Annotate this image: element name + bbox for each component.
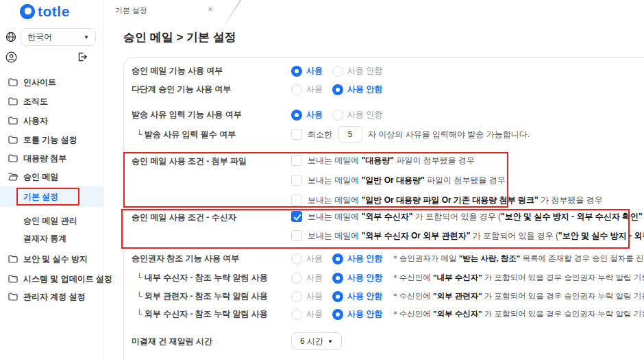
sidebar-item-org-chart[interactable]: 조직도 xyxy=(0,92,104,110)
sidebar-item-admin-account-settings[interactable]: 관리자 계정 설정 xyxy=(0,288,104,306)
globe-icon xyxy=(5,32,16,42)
setting-row-approver-cc-enabled: 승인권자 참조 기능 사용 여부 사용 사용 안함 ＊승인권자가 메일 "받는 … xyxy=(132,253,644,264)
radio-group: 사용 사용 안함 xyxy=(291,109,382,121)
sidebar-item-insight[interactable]: 인사이트 xyxy=(0,73,104,91)
min-chars-input[interactable] xyxy=(338,126,362,143)
radio-use[interactable]: 사용 xyxy=(291,272,323,284)
radio-use[interactable]: 사용 xyxy=(291,308,323,320)
chevron-down-icon: ▼ xyxy=(84,34,89,40)
sidebar-item-approval-mail[interactable]: 승인 메일 xyxy=(0,168,104,186)
checkbox[interactable] xyxy=(291,230,302,241)
sidebar-item-approver-statistics[interactable]: 결재자 통계 xyxy=(0,230,104,247)
tab-bar: 기본 설정 × xyxy=(104,0,644,21)
language-row: 한국어 ▼ xyxy=(0,28,104,46)
close-icon[interactable]: × xyxy=(208,4,213,14)
user-icon xyxy=(5,51,17,63)
radio-no-use[interactable]: 사용 안함 xyxy=(332,109,382,121)
condition-option: 보내는 메일에 "대용량" 파일이 첨부됐을 경우 xyxy=(291,154,603,166)
setting-row-external-recipient-cc-alert: └ 외부 수신자 - 참조 누락 알림 사용 사용 사용 안함 ＊수신인에 "외… xyxy=(132,308,644,320)
sidebar-item-large-attachments[interactable]: 대용량 첨부 xyxy=(0,149,104,167)
sidebar-item-approval-mail-management[interactable]: 승인 메일 관리 xyxy=(0,212,104,230)
sidebar-item-system-update-settings[interactable]: 시스템 및 업데이트 설정 xyxy=(0,270,104,288)
checkbox[interactable] xyxy=(291,175,302,186)
tab-edge xyxy=(225,0,243,24)
language-select[interactable]: 한국어 ▼ xyxy=(21,28,96,46)
account-row xyxy=(0,49,104,65)
folder-icon xyxy=(8,293,18,301)
radio-group: 사용 사용 안함 xyxy=(291,84,382,95)
radio-group: 사용 사용 안함 xyxy=(291,272,382,284)
radio-use[interactable]: 사용 xyxy=(291,290,323,302)
brand-name: totle xyxy=(38,3,70,20)
checkbox[interactable] xyxy=(291,155,302,166)
checkbox[interactable] xyxy=(291,129,302,140)
condition-option: 보내는 메일에 "외부 수신자 Or 외부 관련자" 가 포함되어 있을 경우 … xyxy=(291,230,644,242)
sidebar-item-security-mistake-prevention[interactable]: 보안 및 실수 방지 xyxy=(0,250,104,268)
radio-group: 사용 사용 안함 xyxy=(291,253,382,264)
radio-use[interactable]: 사용 xyxy=(291,109,323,121)
setting-row-send-reason-required: └ 발송 사유 입력 필수 여부 최소한 자 이상의 사유을 입력해야 발송 가… xyxy=(132,126,530,143)
language-select-value: 한국어 xyxy=(27,32,52,43)
setting-row-send-reason-enabled: 발송 사유 입력 기능 사용 여부 사용 사용 안함 xyxy=(132,109,382,121)
radio-no-use[interactable]: 사용 안함 xyxy=(332,272,382,284)
folder-icon xyxy=(8,78,18,86)
folder-icon xyxy=(8,154,18,162)
radio-group: 사용 사용 안함 xyxy=(291,65,382,77)
folder-icon xyxy=(8,136,18,144)
radio-no-use[interactable]: 사용 안함 xyxy=(332,253,382,264)
brand-logo: totle xyxy=(20,3,70,20)
setting-row-condition-recipients: 승인 메일 사용 조건 - 수신자 보내는 메일에 "외부 수신자" 가 포함되… xyxy=(132,210,644,242)
radio-no-use[interactable]: 사용 안함 xyxy=(332,84,382,95)
brand-logo-icon xyxy=(20,4,35,19)
logout-icon[interactable] xyxy=(77,51,88,62)
page-title: 승인 메일 > 기본 설정 xyxy=(123,29,236,45)
folder-icon xyxy=(8,255,18,263)
folder-icon xyxy=(8,275,18,283)
setting-row-multistage-approval: 다단계 승인 기능 사용 여부 사용 사용 안함 xyxy=(132,84,382,95)
folder-open-icon xyxy=(8,173,18,181)
folder-icon xyxy=(8,97,18,106)
tab-basic-settings[interactable]: 기본 설정 xyxy=(115,5,147,16)
radio-group: 사용 사용 안함 xyxy=(291,308,382,320)
folder-icon xyxy=(8,116,18,125)
condition-option: 보내는 메일에 "일반 Or 대용량" 파일이 첨부됐을 경우 xyxy=(291,174,603,186)
setting-row-condition-attachments: 승인 메일 사용 조건 - 첨부 파일 보내는 메일에 "대용량" 파일이 첨부… xyxy=(132,154,603,206)
setting-row-external-related-cc-alert: └ 외부 관련자 - 참조 누락 알림 사용 사용 사용 안함 ＊수신인에 "외… xyxy=(132,290,644,302)
admin-settings-screen: totle 한국어 ▼ xyxy=(0,0,644,359)
checkbox[interactable] xyxy=(291,195,302,206)
chevron-down-icon: ▼ xyxy=(327,338,333,345)
setting-row-internal-recipient-cc-alert: └ 내부 수신자 - 참조 누락 알림 사용 사용 사용 안함 ＊수신인에 "내… xyxy=(132,272,644,284)
sidebar: totle 한국어 ▼ xyxy=(0,0,104,359)
radio-no-use[interactable]: 사용 안함 xyxy=(332,65,382,77)
radio-use[interactable]: 사용 xyxy=(291,253,323,264)
radio-use[interactable]: 사용 xyxy=(291,84,323,95)
checkbox-checked[interactable] xyxy=(291,211,302,222)
condition-option: 보내는 메일에 "일반 Or 대용량 파일 Or 기존 대용량 첨부 링크" 가… xyxy=(291,194,603,206)
condition-option: 보내는 메일에 "외부 수신자" 가 포함되어 있을 경우 ("보안 및 실수 … xyxy=(291,210,644,223)
radio-no-use[interactable]: 사용 안함 xyxy=(332,308,382,320)
radio-group: 사용 사용 안함 xyxy=(291,290,382,302)
sidebar-item-users[interactable]: 사용자 xyxy=(0,112,104,129)
sidebar-item-totle-features[interactable]: 토틀 기능 설정 xyxy=(0,131,104,149)
setting-row-renotify-time: 미결재 건 재알림 시간 6 시간 ▼ xyxy=(132,332,342,350)
renotify-time-select[interactable]: 6 시간 ▼ xyxy=(291,332,342,350)
radio-use[interactable]: 사용 xyxy=(291,65,323,77)
sidebar-item-basic-settings[interactable]: 기본 설정 xyxy=(0,186,104,207)
setting-row-approval-mail-enabled: 승인 메일 기능 사용 여부 사용 사용 안함 xyxy=(132,65,382,77)
radio-no-use[interactable]: 사용 안함 xyxy=(332,290,382,302)
